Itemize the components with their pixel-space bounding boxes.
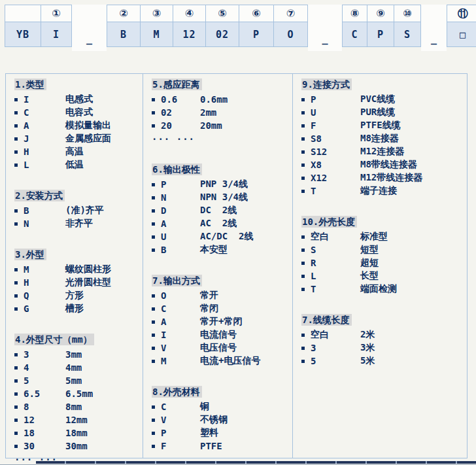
legend-item: C电容式	[14, 106, 143, 119]
item-code: P	[161, 428, 200, 438]
legend-item: G槽形	[14, 302, 143, 315]
legend-column-1: 1.类型I电感式C电容式A模拟量输出J金属感应面H高温L低温2.安装方式B(准)…	[6, 74, 143, 458]
item-description: 8mm	[65, 402, 82, 412]
bullet-square-icon	[152, 294, 155, 298]
bullet-square-icon	[152, 222, 155, 226]
item-description: 0.6mm	[200, 94, 228, 105]
item-description: 5mm	[65, 375, 82, 386]
item-description: PUR线缆	[360, 107, 395, 118]
legend-item: X12M12带线连接器	[301, 171, 467, 184]
bullet-square-icon	[152, 432, 155, 435]
code-position-number: ①	[41, 5, 72, 22]
legend-item: S8M8连接器	[301, 132, 467, 145]
legend-item: I电流信号	[152, 328, 292, 341]
bullet-square-icon	[301, 262, 305, 265]
item-code: F	[311, 120, 360, 131]
legend-item: 空白2米	[301, 328, 467, 341]
item-description: 端面检测	[360, 283, 397, 295]
item-code: 4	[24, 362, 65, 373]
legend-item: 022mm	[152, 106, 292, 119]
item-description: 常开+常闭	[200, 316, 242, 328]
bullet-square-icon	[152, 235, 155, 239]
item-description: 金属感应面	[65, 133, 111, 145]
legend-section: 2.安装方式B(准)齐平N非齐平	[14, 190, 143, 230]
legend-section: 9.连接方式PPVC线缆UPUR线缆FPTFE线缆S8M8连接器S12M12连接…	[301, 78, 467, 198]
bullet-square-icon	[152, 320, 155, 324]
item-description: 铜	[200, 401, 209, 413]
bullet-square-icon	[14, 164, 18, 167]
legend-item: C常闭	[152, 302, 292, 315]
legend-item: 33米	[301, 341, 467, 354]
legend-item: NNPN 3/4线	[152, 191, 292, 204]
item-description: 电流信号	[200, 329, 237, 341]
code-group-4: ⑪□	[447, 5, 476, 47]
item-code: 12	[24, 415, 65, 425]
item-description: 18mm	[65, 428, 88, 438]
bullet-square-icon	[14, 124, 18, 128]
item-description: 标准型	[360, 231, 388, 243]
legend-section: 8.外壳材料C铜V不锈钢P塑料FPTFE	[152, 386, 292, 453]
item-code: M	[24, 264, 65, 275]
section-title: 4.外型尺寸（mm）	[14, 334, 94, 345]
bullet-square-icon	[14, 137, 18, 141]
bullet-square-icon	[152, 360, 155, 363]
code-segment-value: YB	[5, 22, 41, 47]
item-code: L	[24, 160, 65, 170]
bullet-square-icon	[301, 347, 305, 350]
code-segment-value: I	[41, 22, 72, 47]
section-title: 6.输出极性	[152, 164, 202, 175]
legend-item: O常开	[152, 289, 292, 302]
item-description: 不锈钢	[200, 414, 228, 426]
bullet-square-icon	[152, 445, 155, 448]
code-position-number: ⑪	[447, 5, 476, 22]
code-segment-value: M	[141, 22, 173, 47]
code-separator: _	[421, 5, 447, 51]
legend-item: PPNP 3/4线	[152, 178, 292, 191]
item-code: 空白	[311, 231, 360, 243]
item-description: AC 2线	[200, 218, 237, 230]
item-code: V	[161, 343, 200, 353]
legend-item: 1212mm	[14, 413, 143, 426]
item-code: N	[24, 218, 65, 229]
item-description: 5米	[360, 355, 375, 367]
item-description: M12带线连接器	[360, 172, 422, 184]
item-code: M	[161, 356, 200, 366]
bullet-square-icon	[152, 124, 155, 128]
item-code: 8	[24, 402, 65, 412]
item-code: 3	[24, 349, 65, 360]
item-code: S	[311, 245, 360, 255]
item-description: 电感式	[65, 94, 93, 105]
item-description: 12mm	[65, 415, 88, 425]
legend-item: 3030mm	[14, 439, 143, 453]
code-segment-value: P	[367, 22, 394, 47]
code-position-number: ⑥	[239, 5, 274, 22]
bullet-square-icon	[301, 235, 305, 239]
bullet-square-icon	[152, 98, 155, 101]
bullet-square-icon	[301, 275, 305, 278]
item-description: 3米	[360, 342, 375, 354]
legend-item: I电感式	[14, 93, 143, 106]
bullet-square-icon	[14, 98, 18, 101]
legend-item: 2020mm	[152, 119, 292, 132]
legend-item: UAC/DC 2线	[152, 230, 292, 243]
legend-item: L低温	[14, 158, 143, 171]
code-position-number	[5, 5, 41, 22]
code-position-number: ⑤	[206, 5, 239, 22]
bullet-square-icon	[14, 111, 18, 114]
item-description: 高温	[65, 146, 84, 158]
legend-item: UPUR线缆	[301, 106, 467, 119]
bullet-square-icon	[152, 183, 155, 186]
legend-item: S12M12连接器	[301, 145, 467, 158]
item-code: T	[311, 186, 360, 196]
code-position-number: ③	[141, 5, 173, 22]
item-description: 方形	[65, 290, 84, 301]
item-code: D	[161, 205, 200, 216]
item-code: B	[24, 205, 65, 216]
section-title: 1.类型	[14, 78, 46, 90]
item-description: 4mm	[65, 362, 82, 373]
item-code: N	[161, 192, 200, 203]
section-title: 2.安装方式	[14, 190, 65, 201]
legend-section: 10.外壳长度空白标准型S短型R超短L长型T端面检测	[301, 216, 467, 296]
code-segment-value: B	[107, 22, 141, 47]
item-description: 电压信号	[200, 342, 237, 354]
